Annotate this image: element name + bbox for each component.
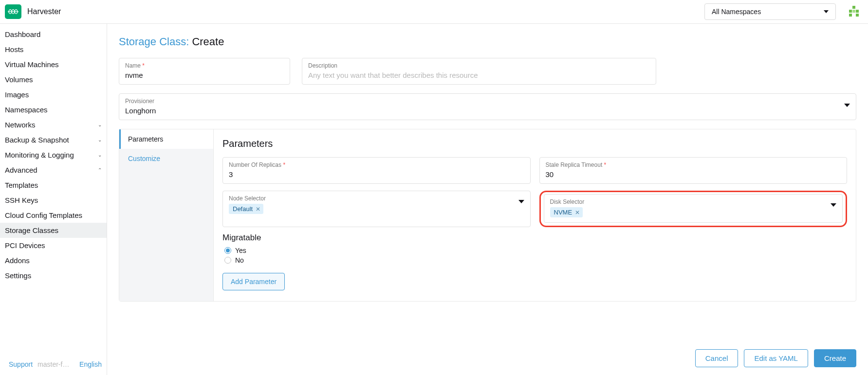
- provisioner-field[interactable]: Provisioner Longhorn: [119, 93, 856, 120]
- chevron-down-icon: ⌄: [98, 122, 102, 127]
- tab-parameters[interactable]: Parameters: [119, 129, 213, 149]
- parameters-title: Parameters: [222, 138, 847, 149]
- provisioner-label: Provisioner: [125, 98, 844, 105]
- nav-label: Settings: [5, 271, 31, 280]
- sidebar-item-pci-devices[interactable]: PCI Devices: [0, 238, 107, 253]
- sidebar-item-images[interactable]: Images: [0, 87, 107, 102]
- nav-label: Volumes: [5, 75, 33, 84]
- nav-label: Images: [5, 90, 29, 99]
- cancel-button[interactable]: Cancel: [695, 349, 739, 367]
- node-selector-field[interactable]: Node Selector Default ✕: [222, 191, 531, 227]
- migratable-yes-row[interactable]: Yes: [222, 247, 847, 254]
- chevron-down-icon: [824, 10, 829, 13]
- breadcrumb[interactable]: Storage Class:: [119, 36, 192, 48]
- title-text: Create: [192, 36, 224, 48]
- nav-label: Namespaces: [5, 106, 48, 114]
- svg-rect-5: [849, 10, 852, 13]
- replicas-input[interactable]: [229, 170, 524, 179]
- disk-selector-label: Disk Selector: [550, 198, 831, 205]
- name-desc-row: Name * Description: [119, 58, 856, 85]
- nav-label: Dashboard: [5, 30, 40, 38]
- wheat-icon: [7, 7, 19, 16]
- sidebar-item-hosts[interactable]: Hosts: [0, 42, 107, 57]
- param-grid: Number Of Replicas * Stale Replica Timeo…: [222, 157, 847, 227]
- description-label: Description: [308, 62, 650, 69]
- brand-name: Harvester: [27, 7, 61, 16]
- description-input[interactable]: [308, 71, 650, 79]
- nav-label: Addons: [5, 256, 30, 265]
- tab-nav: Parameters Customize: [119, 129, 214, 301]
- namespace-selector[interactable]: All Namespaces: [704, 3, 836, 20]
- layout: Dashboard Hosts Virtual Machines Volumes…: [0, 24, 868, 375]
- nav-label: Virtual Machines: [5, 60, 59, 69]
- sidebar-footer: Support master-f… English: [0, 356, 107, 375]
- nav-label: Hosts: [5, 45, 23, 54]
- create-button[interactable]: Create: [814, 349, 856, 367]
- sidebar-item-namespaces[interactable]: Namespaces: [0, 102, 107, 117]
- migratable-no-row[interactable]: No: [222, 256, 847, 264]
- nav-label: Backup & Snapshot: [5, 136, 69, 144]
- name-field[interactable]: Name *: [119, 58, 290, 85]
- nav-label: Monitoring & Logging: [5, 151, 74, 159]
- support-link[interactable]: Support: [9, 360, 33, 368]
- node-selector-label: Node Selector: [229, 195, 518, 202]
- nav-label: Storage Classes: [5, 226, 58, 234]
- sidebar-item-backup-snapshot[interactable]: Backup & Snapshot⌄: [0, 132, 107, 147]
- nav-label: SSH Keys: [5, 196, 38, 204]
- sidebar-item-volumes[interactable]: Volumes: [0, 72, 107, 87]
- add-parameter-button[interactable]: Add Parameter: [222, 273, 285, 290]
- disk-selector-field[interactable]: Disk Selector NVME ✕: [544, 194, 843, 223]
- node-selector-chip[interactable]: Default ✕: [229, 204, 263, 214]
- brand-logo[interactable]: [5, 4, 21, 19]
- chevron-down-icon: [831, 203, 836, 207]
- sidebar-item-virtual-machines[interactable]: Virtual Machines: [0, 57, 107, 72]
- chevron-down-icon: ⌄: [98, 152, 102, 158]
- tab-customize[interactable]: Customize: [119, 149, 213, 168]
- radio-no[interactable]: [224, 257, 231, 264]
- sidebar: Dashboard Hosts Virtual Machines Volumes…: [0, 24, 107, 375]
- disk-selector-chip[interactable]: NVME ✕: [550, 207, 583, 217]
- sidebar-item-settings[interactable]: Settings: [0, 268, 107, 283]
- name-input[interactable]: [125, 71, 284, 79]
- chip-remove-icon[interactable]: ✕: [256, 206, 260, 213]
- sidebar-item-addons[interactable]: Addons: [0, 253, 107, 268]
- sidebar-item-monitoring-logging[interactable]: Monitoring & Logging⌄: [0, 147, 107, 162]
- chip-remove-icon[interactable]: ✕: [575, 209, 580, 216]
- replicas-field[interactable]: Number Of Replicas *: [222, 157, 531, 184]
- edit-yaml-button[interactable]: Edit as YAML: [744, 349, 808, 367]
- nav-label: Templates: [5, 181, 38, 189]
- chevron-down-icon: ⌄: [98, 137, 102, 143]
- chevron-up-icon: ⌃: [98, 167, 102, 173]
- sidebar-item-cloud-config-templates[interactable]: Cloud Config Templates: [0, 208, 107, 223]
- sidebar-nav: Dashboard Hosts Virtual Machines Volumes…: [0, 27, 107, 356]
- nav-label: Advanced: [5, 166, 37, 174]
- sidebar-item-ssh-keys[interactable]: SSH Keys: [0, 193, 107, 208]
- svg-rect-9: [856, 14, 859, 17]
- sidebar-item-templates[interactable]: Templates: [0, 178, 107, 193]
- description-field[interactable]: Description: [302, 58, 656, 85]
- stale-timeout-input[interactable]: [546, 170, 841, 179]
- sidebar-item-storage-classes[interactable]: Storage Classes: [0, 223, 107, 238]
- svg-rect-8: [849, 14, 852, 17]
- user-pixel-icon: [847, 5, 861, 18]
- provisioner-row: Provisioner Longhorn: [119, 93, 856, 120]
- chevron-down-icon: [518, 200, 524, 203]
- svg-rect-7: [856, 10, 859, 13]
- nav-label: Networks: [5, 121, 36, 129]
- sidebar-item-advanced[interactable]: Advanced⌃: [0, 162, 107, 178]
- stale-timeout-field[interactable]: Stale Replica Timeout *: [539, 157, 848, 184]
- sidebar-item-dashboard[interactable]: Dashboard: [0, 27, 107, 42]
- version-text: master-f…: [37, 360, 69, 368]
- page-title: Storage Class: Create: [119, 36, 856, 48]
- main-content: Storage Class: Create Name * Description…: [107, 24, 868, 375]
- header-left: Harvester: [5, 4, 61, 19]
- user-menu[interactable]: [846, 3, 862, 20]
- radio-yes[interactable]: [224, 247, 231, 254]
- language-link[interactable]: English: [79, 360, 102, 368]
- footer-actions: Cancel Edit as YAML Create: [695, 349, 856, 367]
- nav-label: PCI Devices: [5, 241, 45, 250]
- radio-no-label: No: [235, 256, 244, 264]
- sidebar-item-networks[interactable]: Networks⌄: [0, 117, 107, 132]
- chevron-down-icon: [844, 104, 850, 107]
- nav-label: Cloud Config Templates: [5, 211, 82, 219]
